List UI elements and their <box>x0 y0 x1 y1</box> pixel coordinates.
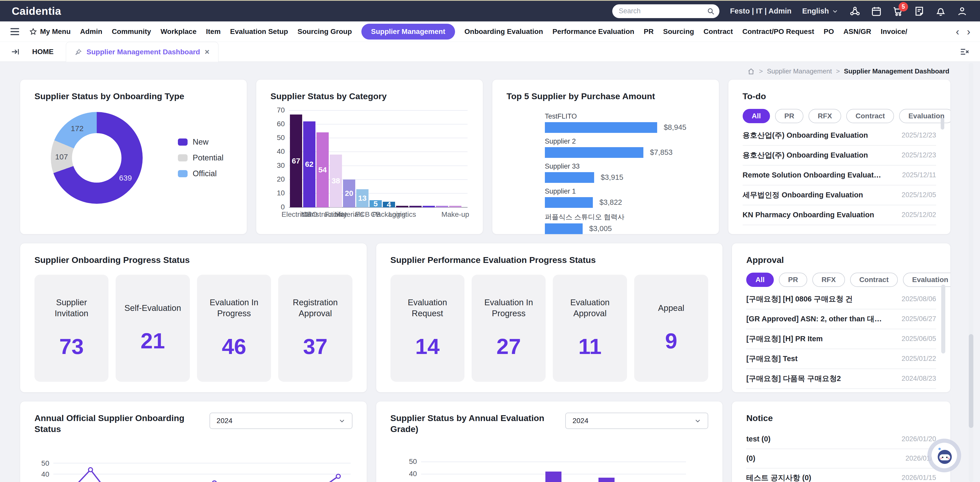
notice-list-item[interactable]: test (0)2026/01/20 <box>746 430 936 449</box>
nav-item-sourcing[interactable]: Sourcing <box>663 27 694 36</box>
organization-icon[interactable] <box>849 5 861 17</box>
nav-item-invoice[interactable]: Invoice/ <box>881 27 907 36</box>
stat-self-evaluation[interactable]: Self-Evaluation21 <box>116 275 189 382</box>
donut-chart-wrap: 639107172 NewPotentialOfficial <box>35 112 232 204</box>
stat-supplier-invitation[interactable]: Supplier Invitation73 <box>35 275 108 382</box>
stat-evaluation-request[interactable]: Evaluation Request14 <box>390 275 465 382</box>
notice-list-item[interactable]: 테스트 공지사항 (0)2026/01/15 <box>746 468 936 482</box>
approval-filter-pr[interactable]: PR <box>779 273 807 287</box>
nav-scroll-right-icon[interactable]: › <box>967 27 970 37</box>
nav-item-pr[interactable]: PR <box>644 27 654 36</box>
note-icon[interactable] <box>913 5 925 17</box>
search-input[interactable] <box>612 4 719 18</box>
tab-close-icon[interactable]: × <box>205 47 210 57</box>
chatbot-button[interactable] <box>928 439 961 472</box>
nav-item-onboarding-evaluation[interactable]: Onboarding Evaluation <box>465 27 543 36</box>
nav-item-community[interactable]: Community <box>112 27 151 36</box>
performance-progress-stats: Evaluation Request14Evaluation In Progre… <box>390 275 708 382</box>
nav-item-contract-po-request[interactable]: Contract/PO Request <box>742 27 815 36</box>
user-info: Festo | IT | Admin <box>730 7 792 15</box>
item-date: 2025/12/02 <box>902 211 936 219</box>
user-icon[interactable] <box>956 5 968 17</box>
bell-icon[interactable] <box>935 5 947 17</box>
nav-item-admin[interactable]: Admin <box>80 27 102 36</box>
stat-evaluation-approval[interactable]: Evaluation Approval11 <box>553 275 627 382</box>
approval-list-item[interactable]: [구매요청] [H] PR Item2025/06/05 <box>746 329 936 349</box>
stat-label: Supplier Invitation <box>40 297 103 319</box>
year-select[interactable]: 2024 <box>210 413 352 429</box>
home-icon[interactable] <box>747 68 755 75</box>
approval-list-item[interactable]: [구매요청] Test2025/01/22 <box>746 349 936 369</box>
approval-filter-all[interactable]: All <box>746 273 774 287</box>
approval-list-item[interactable]: [구매요청] [H] 0806 구매요청 건2025/08/06 <box>746 289 936 309</box>
todo-filter-pr[interactable]: PR <box>775 109 803 123</box>
todo-list-item[interactable]: 용호산업(주) Onboarding Evaluation2025/12/23 <box>743 146 936 165</box>
menu-icon[interactable] <box>10 27 20 36</box>
calendar-icon[interactable] <box>870 5 883 17</box>
year-select[interactable]: 2024 <box>565 413 708 429</box>
nav-item-asn-gr[interactable]: ASN/GR <box>843 27 871 36</box>
cart-badge: 5 <box>899 2 908 11</box>
todo-filter-contract[interactable]: Contract <box>846 109 894 123</box>
nav-scroll-left-icon[interactable]: ‹ <box>956 27 959 37</box>
star-icon <box>29 28 37 35</box>
page-scrollbar[interactable] <box>969 63 974 482</box>
approval-filter-contract[interactable]: Contract <box>850 273 898 287</box>
cart-icon[interactable]: 5 <box>892 5 904 17</box>
grade-bar <box>546 471 562 482</box>
close-all-tabs-icon[interactable] <box>959 47 969 57</box>
todo-filter-rfx[interactable]: RFX <box>808 109 841 123</box>
nav-item-sourcing-group[interactable]: Sourcing Group <box>298 27 352 36</box>
nav-item-workplace[interactable]: Workplace <box>161 27 197 36</box>
nav-item-item[interactable]: Item <box>206 27 221 36</box>
card-title: Notice <box>746 413 936 423</box>
supplier-name: Supplier 33 <box>545 162 705 170</box>
top5-row: Supplier 1$3,822 <box>545 187 705 208</box>
nav-item-po[interactable]: PO <box>824 27 834 36</box>
nav-item-contract[interactable]: Contract <box>703 27 733 36</box>
search-icon[interactable] <box>707 7 715 15</box>
card-todo: To-do AllPRRFXContractEvaluation 용호산업(주)… <box>728 79 951 235</box>
approval-list-item[interactable]: [구매요청] 다품목 구매요청22024/08/23 <box>746 369 936 389</box>
nav-item-my-menu[interactable]: My Menu <box>40 27 71 36</box>
bars-group: 67Electrical62MRO54Construction38Facilit… <box>290 114 461 207</box>
item-date: 2025/01/22 <box>902 355 936 363</box>
approval-list-item[interactable]: [GR Approved] ASN: 2, other than 대기...20… <box>746 309 936 329</box>
todo-scrollbar-thumb[interactable] <box>941 118 944 130</box>
card-annual-onboarding: Annual Official Supplier Onboarding Stat… <box>20 401 367 482</box>
nav-item-performance-evaluation[interactable]: Performance Evaluation <box>552 27 635 36</box>
todo-filter-all[interactable]: All <box>743 109 770 123</box>
todo-list-item[interactable]: 용호산업(주) Onboarding Evaluation2025/12/23 <box>743 126 936 146</box>
stat-appeal[interactable]: Appeal9 <box>634 275 708 382</box>
language-selector[interactable]: English <box>802 7 838 15</box>
stat-registration-approval[interactable]: Registration Approval37 <box>278 275 352 382</box>
line-point <box>336 474 340 479</box>
collapse-sidebar-icon[interactable] <box>11 47 20 56</box>
card-head: Annual Official Supplier Onboarding Stat… <box>35 413 352 434</box>
stat-evaluation-in-progress[interactable]: Evaluation In Progress46 <box>197 275 271 382</box>
stat-value: 73 <box>59 334 84 359</box>
todo-list-item[interactable]: KN Pharmacy Onboarding Evaluation2025/12… <box>743 205 936 225</box>
approval-filter-rfx[interactable]: RFX <box>812 273 845 287</box>
item-date: 2025/12/23 <box>902 132 936 139</box>
tabbar: HOME Supplier Management Dashboard × <box>0 42 980 62</box>
card-grade: Supplier Status by Annual Evaluation Gra… <box>376 401 723 482</box>
tab-active[interactable]: Supplier Management Dashboard × <box>66 42 218 62</box>
tab-home[interactable]: HOME <box>20 48 66 56</box>
chevron-down-icon <box>832 8 838 14</box>
nav-item-supplier-management[interactable]: Supplier Management <box>361 24 455 40</box>
todo-list-item[interactable]: 세무법인정 Onboarding Evaluation2025/12/05 <box>743 186 936 205</box>
donut-slice-value: 639 <box>119 174 132 182</box>
approval-scrollbar-thumb[interactable] <box>941 285 945 354</box>
breadcrumb-current: Supplier Management Dashboard <box>844 67 950 75</box>
todo-list-item[interactable]: Remote Solution Onboarding Evaluation202… <box>743 165 936 186</box>
item-text: [GR Approved] ASN: 2, other than 대기... <box>746 314 883 324</box>
nav-item-evaluation-setup[interactable]: Evaluation Setup <box>230 27 288 36</box>
stat-evaluation-in-progress[interactable]: Evaluation In Progress27 <box>472 275 546 382</box>
nav-arrows: ‹ › <box>956 27 970 37</box>
page-scrollbar-thumb[interactable] <box>969 334 974 428</box>
breadcrumb-section[interactable]: Supplier Management <box>767 67 832 75</box>
y-axis-label: 10 <box>270 189 285 197</box>
legend-swatch <box>178 138 188 146</box>
notice-list-item[interactable]: (0)2026/01/2 <box>746 449 936 468</box>
